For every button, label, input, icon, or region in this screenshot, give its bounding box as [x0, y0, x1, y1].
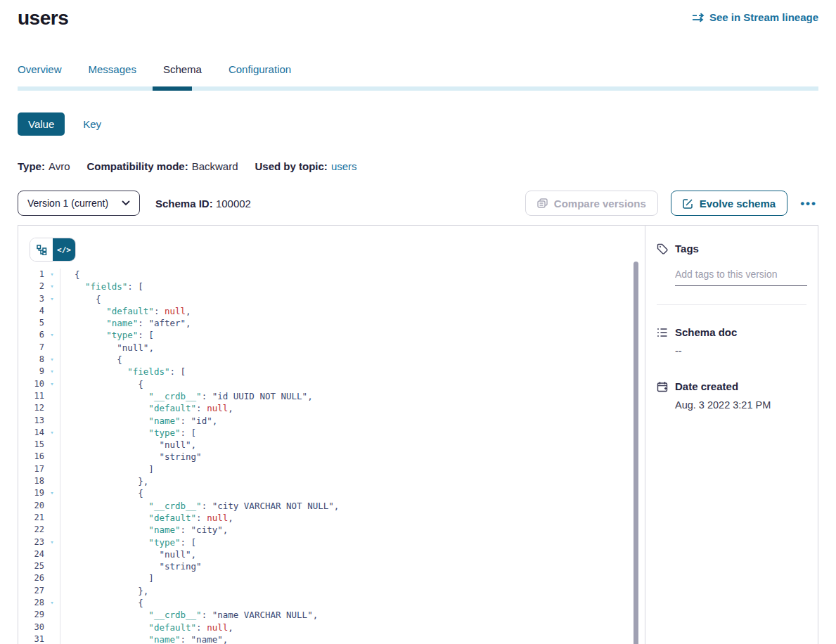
calendar-icon	[657, 381, 668, 392]
code-line: 25 "string"	[18, 560, 645, 572]
version-select[interactable]: Version 1 (current)	[18, 191, 140, 216]
code-line: 1▾{	[18, 269, 645, 281]
line-number: 23	[18, 536, 44, 548]
schema-doc-icon	[657, 327, 668, 338]
controls-row: Version 1 (current) Schema ID: 100002 Co…	[18, 191, 818, 216]
code-text: "default": null,	[75, 402, 233, 414]
fold-toggle-icon	[44, 572, 60, 584]
code-line: 19▾ {	[18, 487, 645, 499]
fold-toggle-icon	[44, 548, 60, 560]
code-view-button[interactable]: </>	[53, 238, 75, 261]
fold-toggle-icon	[44, 305, 60, 317]
code-text: "string"	[75, 560, 202, 572]
code-line: 30 "default": null,	[18, 622, 645, 633]
code-text: "__crdb__": "id UUID NOT NULL",	[75, 390, 313, 402]
line-number: 16	[18, 451, 44, 463]
more-options-button[interactable]: •••	[799, 195, 818, 212]
fold-toggle-icon	[44, 560, 60, 572]
tab-messages[interactable]: Messages	[89, 63, 136, 75]
fold-toggle-icon[interactable]: ▾	[44, 597, 60, 609]
fold-toggle-icon[interactable]: ▾	[44, 329, 60, 341]
code-text: "null",	[75, 548, 196, 560]
date-created-section: Date created Aug. 3 2022 3:21 PM	[657, 380, 806, 411]
key-toggle-button[interactable]: Key	[83, 118, 101, 130]
compare-versions-button[interactable]: Compare versions	[525, 191, 658, 216]
line-number: 28	[18, 597, 44, 609]
code-text: "name": "after",	[75, 317, 191, 329]
code-line: 4 "default": null,	[18, 305, 645, 317]
code-text: "__crdb__": "city VARCHAR NOT NULL",	[75, 500, 339, 512]
tab-overview[interactable]: Overview	[18, 63, 62, 75]
tab-schema[interactable]: Schema	[163, 63, 202, 75]
line-number: 1	[18, 269, 44, 281]
schema-doc-heading: Schema doc	[675, 326, 737, 338]
code-text: "type": [	[75, 427, 196, 439]
fold-toggle-icon	[44, 451, 60, 463]
code-line: 6▾ "type": [	[18, 329, 645, 341]
schema-doc-section: Schema doc --	[657, 326, 806, 356]
version-selected-value: Version 1 (current)	[27, 198, 108, 209]
code-line: 26 ]	[18, 572, 645, 584]
schema-doc-value: --	[675, 345, 806, 356]
code-line: 18 },	[18, 475, 645, 487]
line-number: 17	[18, 463, 44, 475]
line-number: 6	[18, 329, 44, 341]
tree-view-icon	[37, 245, 47, 255]
code-text: {	[75, 597, 143, 609]
code-line: 5 "name": "after",	[18, 317, 645, 329]
fold-toggle-icon	[44, 500, 60, 512]
line-number: 2	[18, 281, 44, 292]
topic-link[interactable]: users	[331, 160, 357, 172]
fold-toggle-icon	[44, 633, 60, 644]
compare-versions-icon	[537, 198, 548, 209]
code-text: {	[75, 487, 143, 499]
line-number: 21	[18, 512, 44, 524]
schema-editor[interactable]: </> 1▾{2▾ "fields": [3▾ {4 "default": nu…	[18, 226, 645, 644]
editor-scrollbar-thumb[interactable]	[634, 262, 638, 644]
code-text: "__crdb__": "name VARCHAR NULL",	[75, 609, 318, 621]
fold-toggle-icon[interactable]: ▾	[44, 354, 60, 366]
chevron-down-icon	[122, 200, 130, 206]
fold-toggle-icon[interactable]: ▾	[44, 366, 60, 378]
schema-sidebar: Tags Schema	[645, 226, 818, 644]
stream-lineage-link[interactable]: See in Stream lineage	[692, 7, 818, 23]
code-line: 22 "name": "city",	[18, 524, 645, 536]
fold-toggle-icon[interactable]: ▾	[44, 427, 60, 439]
line-number: 7	[18, 342, 44, 354]
line-number: 9	[18, 366, 44, 378]
tab-configuration[interactable]: Configuration	[229, 63, 291, 75]
fold-toggle-icon[interactable]: ▾	[44, 378, 60, 390]
fold-toggle-icon[interactable]: ▾	[44, 269, 60, 281]
code-text: {	[75, 293, 101, 305]
evolve-schema-button[interactable]: Evolve schema	[671, 191, 787, 216]
line-number: 8	[18, 354, 44, 366]
fold-toggle-icon[interactable]: ▾	[44, 293, 60, 305]
code-text: "null",	[75, 342, 154, 354]
tab-bar: Overview Messages Schema Configuration	[18, 63, 818, 86]
add-tags-input[interactable]	[675, 264, 807, 286]
code-text: "default": null,	[75, 512, 233, 524]
schema-panel: </> 1▾{2▾ "fields": [3▾ {4 "default": nu…	[18, 225, 818, 644]
code-line: 29 "__crdb__": "name VARCHAR NULL",	[18, 609, 645, 621]
code-text: },	[75, 475, 148, 487]
code-line: 21 "default": null,	[18, 512, 645, 524]
code-text: "default": null,	[75, 305, 191, 317]
fold-toggle-icon[interactable]: ▾	[44, 281, 60, 292]
value-toggle-button[interactable]: Value	[18, 112, 65, 136]
fold-toggle-icon	[44, 402, 60, 414]
tags-heading: Tags	[675, 243, 699, 255]
code-text: {	[75, 378, 143, 390]
fold-toggle-icon	[44, 524, 60, 536]
code-view-icon: </>	[57, 245, 71, 255]
fold-toggle-icon[interactable]: ▾	[44, 536, 60, 548]
type-label: Type:	[18, 160, 45, 172]
code-text: "null",	[75, 439, 196, 451]
fold-toggle-icon[interactable]: ▾	[44, 487, 60, 499]
code-line: 14▾ "type": [	[18, 427, 645, 439]
code-line: 7 "null",	[18, 342, 645, 354]
code-line: 24 "null",	[18, 548, 645, 560]
fold-toggle-icon	[44, 463, 60, 475]
code-line: 20 "__crdb__": "city VARCHAR NOT NULL",	[18, 500, 645, 512]
tag-icon	[657, 243, 668, 255]
tree-view-button[interactable]	[30, 238, 53, 261]
